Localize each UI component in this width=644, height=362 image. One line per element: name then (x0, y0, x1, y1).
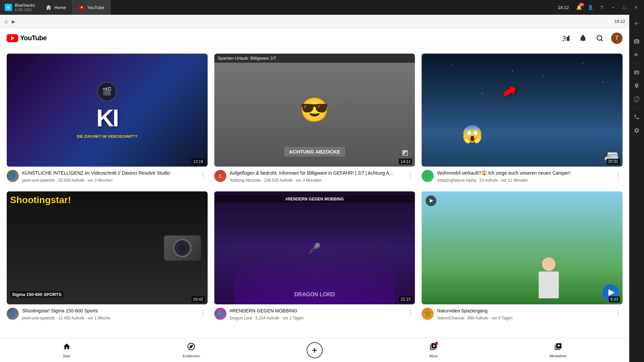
star-3 (482, 93, 483, 94)
svg-marker-7 (190, 345, 193, 348)
video-thumb-6: 8:33 (422, 191, 623, 304)
star-2 (542, 76, 543, 77)
youtube-logo[interactable]: YouTube (7, 34, 47, 42)
video-duration-2: 14:11 (399, 159, 412, 165)
channel-avatar-3: 🌿 (422, 170, 434, 182)
bluestacks-sidebar (629, 15, 644, 362)
video-details-2: Achtung Abzocke · 238.529 Aufrufe · vor … (230, 178, 415, 183)
channel-play (608, 289, 614, 296)
views-2: 238.529 Aufrufe (264, 178, 292, 183)
sidebar-keyboard-btn[interactable] (631, 66, 643, 78)
video-meta-6: Naturvideo Spaziergang NatureChannel · 8… (437, 308, 623, 321)
video-thumb-inner-2: 😎 Spanien-Urlaub: Billigware 2/7 ACHTUNG… (214, 54, 415, 167)
video-info-3: 🌿 Wohnmobil verkauft?😱 Ich zeige euch un… (422, 167, 623, 185)
youtube-play-icon (11, 36, 14, 40)
nav-entdecken[interactable]: Entdecken (177, 340, 205, 361)
svg-rect-2 (568, 36, 570, 41)
video-card-6[interactable]: 8:33 🌿 Naturvideo Spaziergang NatureChan… (422, 191, 623, 322)
bell-icon[interactable] (578, 33, 588, 44)
video-thumb-inner-6 (422, 191, 623, 304)
video-more-btn-3[interactable]: ⋮ (614, 170, 623, 180)
minimize-btn[interactable]: − (608, 3, 619, 12)
nav-abos[interactable]: Abos (424, 340, 443, 361)
bluestacks-version: 4.280.1002 (15, 8, 35, 12)
channel-name-2: Achtung Abzocke (230, 178, 261, 183)
notification-btn[interactable]: 🔔 17 (574, 3, 584, 12)
bluestacks-brand: B BlueStacks 4.280.1002 (0, 0, 40, 15)
video-info-2: ⚠ Aufgeflogen & bedroht: Informant für B… (214, 167, 415, 185)
help-btn[interactable]: ? (596, 3, 607, 12)
video-info-6: 🌿 Naturvideo Spaziergang NatureChannel ·… (422, 304, 623, 322)
sidebar-back-btn[interactable] (631, 17, 643, 29)
channel-avatar-6: 🌿 (422, 308, 434, 320)
video-thumb-4: Shootingstar! Sigma 150-600 SPORTS 18:42 (7, 191, 208, 304)
titlebar-time: 18:12 (554, 5, 573, 10)
youtube-logo-icon (7, 34, 18, 42)
address-bar: ⚠ ▶ 18:12 (0, 15, 629, 28)
youtube-header: YouTube (0, 28, 629, 48)
user-avatar[interactable]: T (611, 33, 623, 44)
thumb-4-text: Shootingstar! (10, 195, 71, 205)
channel-avatar-4: 👤 (7, 308, 19, 320)
notification-count: 17 (579, 3, 584, 6)
account-btn[interactable]: 👤 (585, 3, 596, 12)
thumb-1-subtitle: DIE ZUKUNFT IM VIDEOSCHNITT? (77, 134, 137, 138)
svg-rect-3 (567, 37, 568, 41)
sidebar-settings-btn[interactable] (631, 124, 643, 136)
nav-mediathek[interactable]: Mediathek (544, 340, 572, 361)
video-more-btn-2[interactable]: ⋮ (406, 170, 415, 180)
tab-home[interactable]: Home (40, 0, 72, 15)
youtube-app: ⚠ ▶ 18:12 YouTube (0, 15, 629, 362)
sidebar-volume-btn[interactable] (631, 49, 643, 61)
sidebar-screenshot-btn[interactable] (631, 35, 643, 47)
video-meta-4: Shootingstar! Sigma 150-600 Sports pixel… (22, 308, 208, 321)
star-4 (582, 63, 583, 63)
shock-emoji: 😱 (462, 124, 483, 144)
notification-area: 🔔 17 (574, 3, 584, 12)
video-details-4: pixel-und-spaetzle · 12.450 Aufrufe · vo… (22, 315, 208, 321)
video-title-1: KÜNSTLICHE INTELLIGENZ im Videoschnitt /… (22, 170, 208, 177)
sidebar-sep-1 (632, 32, 641, 33)
yt-favicon: ▶ (12, 19, 15, 24)
video-duration-3: 20:31 (606, 159, 620, 165)
close-btn[interactable]: × (631, 3, 641, 12)
nav-start[interactable]: Start (57, 340, 76, 361)
video-card-4[interactable]: Shootingstar! Sigma 150-600 SPORTS 18:42… (7, 191, 208, 322)
svg-point-10 (636, 41, 638, 43)
nav-add-btn[interactable] (307, 342, 323, 358)
star-6 (512, 71, 513, 71)
maximize-btn[interactable]: □ (619, 3, 630, 12)
stars-container (422, 54, 623, 167)
person-shape (535, 257, 562, 304)
tab-home-label: Home (54, 5, 66, 10)
youtube-header-right: T (561, 33, 623, 44)
video-card-2[interactable]: 😎 Spanien-Urlaub: Billigware 2/7 ACHTUNG… (214, 54, 415, 185)
search-icon[interactable] (594, 33, 605, 44)
video-meta-3: Wohnmobil verkauft?😱 Ich zeige euch unse… (437, 170, 623, 183)
svg-line-5 (601, 40, 603, 41)
video-thumb-3: ➡ 😱 🚐 20:31 (422, 54, 623, 167)
video-more-btn-5[interactable]: ⋮ (406, 308, 415, 318)
views-1: 32.926 Aufrufe (58, 178, 84, 183)
sidebar-location-btn[interactable] (631, 80, 643, 92)
video-more-btn-1[interactable]: ⋮ (199, 170, 208, 180)
video-more-btn-4[interactable]: ⋮ (199, 308, 208, 318)
sidebar-rotate-btn[interactable] (631, 93, 643, 105)
video-card-3[interactable]: ➡ 😱 🚐 20:31 🌿 Wohnmobil verkauft?😱 Ich z… (422, 54, 623, 185)
video-more-btn-6[interactable]: ⋮ (614, 308, 623, 318)
sidebar-phone-btn[interactable] (631, 111, 643, 123)
abos-badge-dot (435, 342, 438, 345)
video-thumb-2: 😎 Spanien-Urlaub: Billigware 2/7 ACHTUNG… (214, 54, 415, 167)
svg-point-4 (597, 36, 602, 40)
person-head (542, 257, 555, 271)
videos-grid: 🎬 KI DIE ZUKUNFT IM VIDEOSCHNITT? 13:18 … (7, 54, 623, 322)
cast-icon[interactable] (561, 33, 572, 44)
nav-abos-label: Abos (429, 354, 438, 358)
video-card-1[interactable]: 🎬 KI DIE ZUKUNFT IM VIDEOSCHNITT? 13:18 … (7, 54, 208, 185)
sidebar-sep-2 (632, 63, 641, 64)
time-4: vor 1 Woche (88, 316, 110, 320)
tab-youtube[interactable]: YouTube (72, 0, 111, 15)
star-1 (452, 65, 452, 66)
views-4: 12.450 Aufrufe (58, 316, 84, 320)
video-card-5[interactable]: #RENDERN GEGEN MOBBING DRAGON LORD 🎤 22:… (214, 191, 415, 322)
